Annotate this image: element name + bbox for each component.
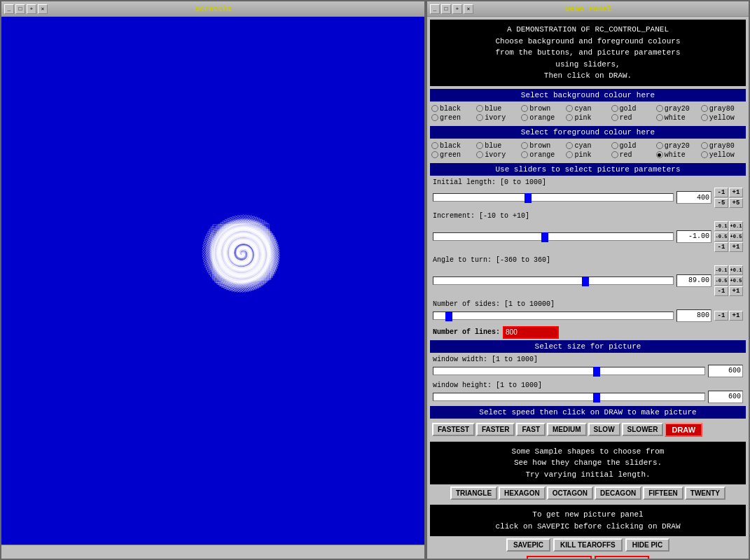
num-sides-minus1[interactable]: -1 [714,311,728,321]
fg-color-red[interactable]: red [611,151,655,159]
bg-radio-pink[interactable] [566,114,573,121]
scratch-minimize-btn[interactable]: _ [4,4,14,14]
window-width-track[interactable] [433,367,705,375]
bg-radio-yellow[interactable] [701,114,708,121]
initial-length-minus5[interactable]: -5 [714,198,728,208]
angle-track[interactable] [433,276,674,285]
angle-minus1[interactable]: -1 [714,286,728,296]
fg-color-ivory[interactable]: ivory [476,151,520,159]
bg-radio-cyan[interactable] [566,105,573,112]
window-width-value[interactable]: 600 [708,365,743,377]
fg-radio-cyan[interactable] [566,142,573,149]
num-sides-track[interactable] [433,312,674,320]
angle-thumb[interactable] [582,276,589,286]
bg-color-white[interactable]: white [656,114,700,122]
fg-radio-black[interactable] [431,142,438,149]
bg-color-ivory[interactable]: ivory [476,114,520,122]
bg-color-orange[interactable]: orange [521,114,564,122]
scratch-restore-btn[interactable]: □ [15,4,25,14]
octagon-btn[interactable]: OCTAGON [547,486,593,500]
bg-radio-orange[interactable] [521,114,528,121]
hexagon-btn[interactable]: HEXAGON [499,486,546,500]
bg-color-black[interactable]: black [431,105,475,113]
bg-color-gold[interactable]: gold [611,105,655,113]
kill-tearoffs-btn[interactable]: KILL TEAROFFS [553,538,623,552]
fast-btn[interactable]: FAST [516,423,546,436]
demo-maximize-btn[interactable]: + [452,4,462,14]
bg-color-gray80[interactable]: gray80 [701,105,744,113]
angle-plus05[interactable]: +0.5 [729,276,743,286]
fg-radio-ivory[interactable] [476,151,483,158]
bg-radio-brown[interactable] [521,105,528,112]
slower-btn[interactable]: SLOWER [622,423,664,436]
medium-btn[interactable]: MEDIUM [547,423,587,436]
decagon-btn[interactable]: DECAGON [595,486,641,500]
fastest-btn[interactable]: FASTEST [432,423,475,436]
bg-color-yellow[interactable]: yellow [701,114,744,122]
fg-radio-gray20[interactable] [656,142,663,149]
bg-radio-red[interactable] [611,114,618,121]
bg-color-green[interactable]: green [431,114,475,122]
num-sides-plus1[interactable]: +1 [729,311,743,321]
bg-radio-gray20[interactable] [656,105,663,112]
bg-color-pink[interactable]: pink [566,114,609,122]
bg-radio-green[interactable] [431,114,438,121]
initial-length-plus5[interactable]: +5 [729,198,743,208]
bg-color-cyan[interactable]: cyan [566,105,609,113]
window-height-track[interactable] [433,393,705,401]
bg-color-brown[interactable]: brown [521,105,564,113]
bg-radio-black[interactable] [431,105,438,112]
angle-value[interactable]: 89.00 [676,274,711,287]
fg-radio-orange[interactable] [521,151,528,158]
scratch-maximize-btn[interactable]: + [27,4,36,14]
triangle-btn[interactable]: TRIANGLE [450,486,497,500]
fg-radio-gold[interactable] [611,142,618,149]
fg-color-orange[interactable]: orange [521,151,564,159]
fg-radio-yellow[interactable] [701,151,708,158]
increment-value[interactable]: -1.00 [676,230,711,243]
fifteen-btn[interactable]: FIFTEEN [643,486,683,500]
bg-radio-gold[interactable] [611,105,618,112]
scratch-window-controls[interactable]: _ □ + ✕ [4,4,48,14]
bg-radio-ivory[interactable] [476,114,483,121]
window-height-thumb[interactable] [593,393,600,402]
num-sides-value[interactable]: 800 [676,309,711,322]
scratch-close-btn[interactable]: ✕ [38,4,48,14]
increment-thumb[interactable] [541,232,548,242]
angle-plus01[interactable]: +0.1 [729,265,743,275]
fg-radio-red[interactable] [611,151,618,158]
bg-color-blue[interactable]: blue [476,105,520,113]
num-sides-thumb[interactable] [445,312,452,321]
fg-color-white[interactable]: white [656,151,700,159]
fg-radio-blue[interactable] [476,142,483,149]
fg-color-black[interactable]: black [431,142,475,150]
fg-radio-green[interactable] [431,151,438,158]
demo-window-controls[interactable]: _ □ + ✕ [430,4,473,14]
fg-color-pink[interactable]: pink [566,151,609,159]
bg-radio-gray80[interactable] [701,105,708,112]
suggestions-btn[interactable]: SUGGESTIONS [527,556,592,559]
increment-plus1[interactable]: +1 [729,242,743,252]
angle-minus01[interactable]: -0.1 [714,265,728,275]
fg-radio-brown[interactable] [521,142,528,149]
fg-color-gray20[interactable]: gray20 [656,142,700,150]
bg-radio-white[interactable] [656,114,663,121]
increment-minus1[interactable]: -1 [714,242,728,252]
faster-btn[interactable]: FASTER [476,423,515,436]
twenty-btn[interactable]: TWENTY [685,486,725,500]
fg-color-gray80[interactable]: gray80 [701,142,744,150]
increment-plus01[interactable]: +0.1 [729,221,743,231]
fg-color-yellow[interactable]: yellow [701,151,744,159]
fg-radio-gray80[interactable] [701,142,708,149]
demo-minimize-btn[interactable]: _ [430,4,440,14]
increment-track[interactable] [433,232,674,241]
demo-restore-btn[interactable]: □ [441,4,451,14]
increment-minus01[interactable]: -0.1 [714,221,728,231]
fg-color-brown[interactable]: brown [521,142,564,150]
initial-length-track[interactable] [433,193,674,202]
kill-panel-btn[interactable]: KILL PANEL [595,556,649,559]
bg-radio-blue[interactable] [476,105,483,112]
window-width-thumb[interactable] [593,367,600,377]
fg-color-gold[interactable]: gold [611,142,655,150]
angle-minus05[interactable]: -0.5 [714,276,728,286]
